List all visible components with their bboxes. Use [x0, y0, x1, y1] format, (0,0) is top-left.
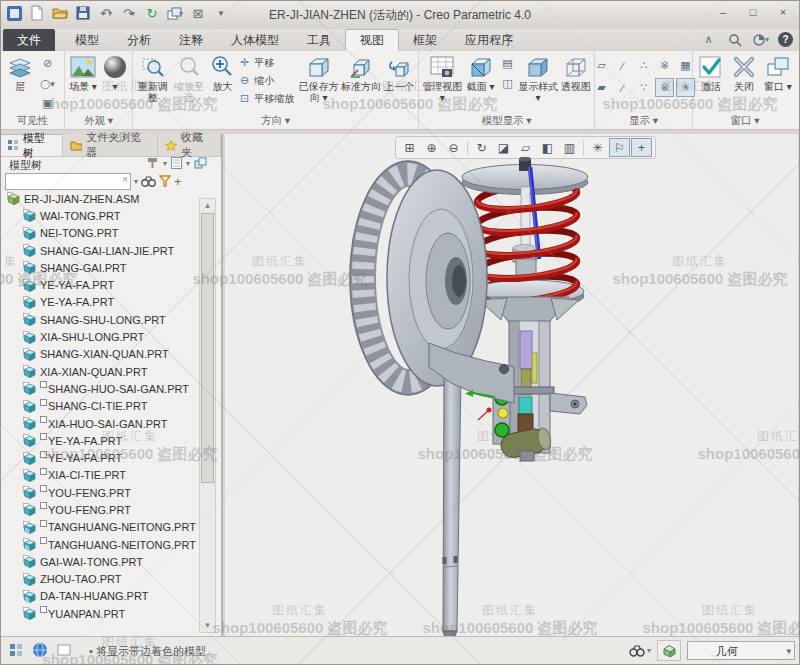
- ribbon-tab-7[interactable]: 框架: [399, 29, 451, 51]
- select-geometry-button[interactable]: [657, 640, 681, 661]
- spin-center-icon[interactable]: +: [631, 138, 652, 157]
- visibility-option-icon[interactable]: ◯▾: [38, 74, 57, 93]
- 3d-model-viewport[interactable]: [225, 157, 799, 639]
- datum-toggle-icon-1-2[interactable]: ∵: [634, 78, 653, 97]
- model-display-option1-icon[interactable]: ▤: [498, 54, 517, 73]
- model-display-option2-icon[interactable]: ◫: [498, 74, 517, 93]
- scrollbar-thumb[interactable]: [201, 213, 214, 483]
- search-dropdown-icon[interactable]: ▾: [134, 177, 138, 186]
- tree-item[interactable]: YOU-FENG.PRT: [1, 501, 201, 518]
- shade-render-icon[interactable]: ◪: [493, 138, 514, 157]
- tree-item[interactable]: WAI-TONG.PRT: [1, 207, 201, 224]
- tree-item[interactable]: XIA-HUO-SAI-GAN.PRT: [1, 415, 201, 432]
- tree-item[interactable]: XIA-CI-TIE.PRT: [1, 467, 201, 484]
- zoom-in-button[interactable]: 放大: [208, 53, 237, 92]
- tree-show-icon[interactable]: [194, 157, 207, 169]
- tree-item[interactable]: YUANPAN.PRT: [1, 605, 201, 622]
- datum-toggle-icon-1-1[interactable]: ∕: [613, 78, 632, 97]
- layers-button[interactable]: 层: [3, 53, 37, 92]
- tree-item[interactable]: YOU-FENG.PRT: [1, 484, 201, 501]
- sections-button[interactable]: 截面 ▾: [464, 53, 497, 92]
- tree-root-item[interactable]: ER-JI-JIAN-ZHEN.ASM: [1, 190, 201, 207]
- zoom-window-icon[interactable]: ⊞: [399, 138, 420, 157]
- display-style-icon[interactable]: ◧: [537, 138, 558, 157]
- tree-item[interactable]: SHANG-GAI-LIAN-JIE.PRT: [1, 242, 201, 259]
- tree-item[interactable]: SHANG-XIAN-QUAN.PRT: [1, 346, 201, 363]
- close-button[interactable]: ×: [773, 6, 793, 18]
- filter-funnel-icon[interactable]: [159, 175, 171, 187]
- tab-folder-browser[interactable]: 文件夹浏览器: [63, 134, 159, 156]
- zoom-to-selected-button[interactable]: 缩放至选: [171, 53, 206, 103]
- ribbon-tab-1[interactable]: 模型: [61, 29, 113, 51]
- tree-item[interactable]: YE-YA-FA.PRT: [1, 432, 201, 449]
- tree-item[interactable]: ZHOU-TAO.PRT: [1, 571, 201, 588]
- pan-button[interactable]: ✛平移: [238, 54, 297, 71]
- tree-item[interactable]: XIA-SHU-LONG.PRT: [1, 328, 201, 345]
- zoom-in-icon[interactable]: ⊕: [421, 138, 442, 157]
- repaint-icon[interactable]: ↻: [471, 138, 492, 157]
- tree-item[interactable]: SHANG-CI-TIE.PRT: [1, 398, 201, 415]
- datum-toggle-icon-0-0[interactable]: ▱: [592, 56, 611, 75]
- scenes-button[interactable]: 场景 ▾: [67, 53, 99, 92]
- close-window-button[interactable]: 关闭: [728, 53, 760, 92]
- tree-scrollbar[interactable]: ▲ ▼: [199, 198, 216, 633]
- tree-item[interactable]: YE-YA-FA.PRT: [1, 276, 201, 293]
- ribbon-tab-4[interactable]: 人体模型: [217, 29, 293, 51]
- minimize-ribbon-icon[interactable]: ∧: [700, 31, 717, 48]
- ribbon-tab-8[interactable]: 应用程序: [451, 29, 527, 51]
- datum-toggle-icon-0-3[interactable]: ※: [655, 56, 674, 75]
- ribbon-tab-file[interactable]: 文件: [3, 29, 55, 51]
- tree-columns-icon[interactable]: [171, 157, 182, 169]
- perspective-button[interactable]: 透视图: [559, 53, 592, 92]
- datum-display-filters-icon[interactable]: ✳: [587, 138, 608, 157]
- minimize-button[interactable]: –: [713, 6, 733, 18]
- tree-item[interactable]: SHANG-GAI.PRT: [1, 259, 201, 276]
- tree-settings-icon[interactable]: [146, 157, 159, 169]
- select-box-icon[interactable]: [55, 641, 73, 659]
- scroll-up-icon[interactable]: ▲: [200, 199, 215, 212]
- standard-orientation-button[interactable]: 标准方向: [340, 53, 381, 92]
- layer-status-icon[interactable]: ▣: [38, 94, 57, 113]
- scroll-down-icon[interactable]: ▼: [200, 619, 215, 632]
- refit-button[interactable]: 重新调整: [135, 53, 170, 103]
- display-style-button[interactable]: 显示样式 ▾: [518, 53, 558, 103]
- filter-caret-icon[interactable]: ▾: [786, 642, 791, 661]
- appearance-gallery-button[interactable]: ▾: [100, 53, 130, 92]
- tab-model-tree[interactable]: 模型树: [1, 134, 63, 156]
- tree-item[interactable]: SHANG-SHU-LONG.PRT: [1, 311, 201, 328]
- command-locate-icon[interactable]: ▾: [752, 31, 769, 48]
- model-tree-toggle-icon[interactable]: [7, 641, 25, 659]
- command-search-icon[interactable]: [726, 31, 743, 48]
- tree-item[interactable]: NEI-TONG.PRT: [1, 225, 201, 242]
- datum-toggle-icon-1-3[interactable]: ※: [655, 78, 674, 97]
- tree-search-input[interactable]: ×: [5, 173, 131, 190]
- activate-button[interactable]: 激活: [695, 53, 727, 92]
- previous-view-button[interactable]: 上一个: [383, 53, 416, 92]
- tree-item[interactable]: DA-TAN-HUANG.PRT: [1, 588, 201, 605]
- tree-item[interactable]: GAI-WAI-TONG.PRT: [1, 553, 201, 570]
- datum-toggle-icon-0-2[interactable]: ∴: [634, 56, 653, 75]
- view-section-icon[interactable]: ▥: [559, 138, 580, 157]
- clear-search-icon[interactable]: ×: [122, 174, 128, 185]
- maximize-button[interactable]: □: [743, 6, 763, 18]
- add-filter-icon[interactable]: +: [174, 174, 182, 189]
- ribbon-tab-6[interactable]: 视图: [345, 29, 399, 51]
- datum-toggle-icon-1-0[interactable]: ▰: [592, 78, 611, 97]
- help-icon[interactable]: ?: [778, 32, 793, 47]
- saved-orientations-icon[interactable]: ▱: [515, 138, 536, 157]
- windows-button[interactable]: 窗口 ▾: [761, 53, 795, 92]
- annotation-display-icon[interactable]: ⚐: [609, 138, 630, 157]
- selection-filter-dropdown[interactable]: 几何 ▾: [687, 641, 795, 660]
- find-binoculars-icon[interactable]: [141, 175, 156, 187]
- web-links-icon[interactable]: [31, 641, 49, 659]
- find-tool-button[interactable]: ▾: [629, 644, 651, 657]
- tree-item[interactable]: SHANG-HUO-SAI-GAN.PRT: [1, 380, 201, 397]
- tab-favorites[interactable]: 收藏夹: [158, 134, 221, 156]
- pan-zoom-button[interactable]: ⊡平移缩放: [238, 90, 297, 107]
- tree-item[interactable]: TANGHUANG-NEITONG.PRT: [1, 536, 201, 553]
- tree-item[interactable]: YE-YA-FA.PRT: [1, 449, 201, 466]
- manage-views-button[interactable]: 管理视图 ▾: [421, 53, 463, 103]
- datum-toggle-icon-0-1[interactable]: ∕: [613, 56, 632, 75]
- ribbon-tab-2[interactable]: 分析: [113, 29, 165, 51]
- zoom-out-icon[interactable]: ⊖: [443, 138, 464, 157]
